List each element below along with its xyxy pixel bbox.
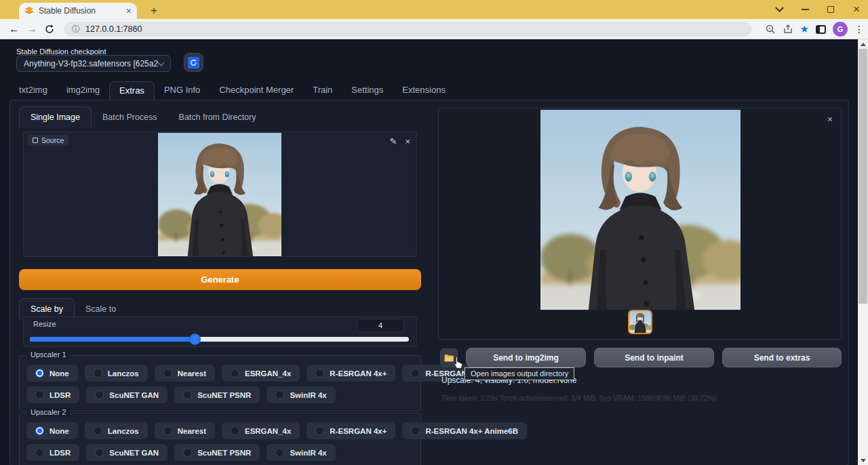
window-maximize-button[interactable]: [821, 0, 841, 19]
option-label: LDSR: [50, 449, 71, 457]
option-label: Nearest: [178, 427, 206, 435]
upscaler2-option-resrgan4x[interactable]: R-ESRGAN 4x+: [307, 422, 395, 439]
option-label: ScuNET PSNR: [197, 391, 251, 399]
tab-txt2img[interactable]: txt2img: [9, 81, 57, 100]
tab-search-chevron-icon[interactable]: [769, 0, 789, 19]
result-thumbnail[interactable]: [628, 310, 652, 334]
slider-fill: [30, 337, 195, 342]
result-image[interactable]: [540, 110, 741, 310]
upscaler1-option-resrgan4x[interactable]: R-ESRGAN 4x+: [307, 365, 395, 382]
scroll-up-icon[interactable]: [858, 39, 868, 49]
browser-menu-icon[interactable]: ⋮: [854, 24, 864, 35]
upscaler2-option-none[interactable]: None: [26, 422, 78, 439]
site-info-icon[interactable]: ⓘ: [72, 24, 80, 35]
option-label: R-ESRGAN 4x+ Anime6B: [425, 427, 518, 435]
radio-icon: [231, 369, 239, 378]
source-image[interactable]: [158, 133, 281, 256]
radio-icon: [94, 369, 102, 378]
forward-button[interactable]: →: [23, 20, 41, 38]
extras-mode-tabs: Single Image Batch Process Batch from Di…: [19, 106, 267, 128]
refresh-checkpoints-button[interactable]: [184, 53, 203, 72]
tab-checkpoint-merger[interactable]: Checkpoint Merger: [210, 81, 303, 100]
upscaler2-option-resrgan-anime6b[interactable]: R-ESRGAN 4x+ Anime6B: [402, 422, 527, 439]
option-label: LDSR: [50, 391, 71, 399]
resize-slider-handle[interactable]: [190, 334, 200, 344]
folder-tooltip: Open images output directory: [465, 367, 574, 380]
tab-png-info[interactable]: PNG Info: [155, 81, 210, 100]
generate-button[interactable]: Generate: [19, 269, 421, 290]
source-image-dropzone[interactable]: Source ✎ ×: [23, 132, 417, 257]
tab-batch-from-directory[interactable]: Batch from Directory: [168, 107, 267, 128]
upscaler1-option-ldsr[interactable]: LDSR: [26, 386, 79, 403]
back-button[interactable]: ←: [5, 20, 23, 38]
tab-extensions[interactable]: Extensions: [393, 81, 455, 100]
new-tab-button[interactable]: +: [146, 3, 161, 18]
resize-label: Resize: [33, 320, 56, 328]
profile-avatar[interactable]: G: [833, 22, 848, 37]
radio-icon: [163, 426, 172, 435]
app-page: Stable Diffusion checkpoint Anything-V3-…: [0, 39, 858, 465]
option-label: R-ESRGAN 4x+: [330, 369, 387, 378]
option-label: None: [50, 369, 69, 378]
option-label: ScuNET GAN: [109, 391, 159, 399]
tab-img2img[interactable]: img2img: [57, 81, 109, 100]
send-to-extras-button[interactable]: Send to extras: [722, 348, 842, 367]
upscaler2-option-scunet-gan[interactable]: ScuNET GAN: [86, 444, 167, 461]
url-bar[interactable]: ⓘ 127.0.0.1:7860: [64, 22, 751, 37]
browser-titlebar: Stable Diffusion × + ×: [0, 0, 868, 19]
tab-single-image[interactable]: Single Image: [19, 106, 92, 128]
resize-slider[interactable]: [30, 334, 409, 344]
upscaler1-option-nearest[interactable]: Nearest: [155, 365, 215, 382]
send-to-img2img-button[interactable]: Send to img2img: [466, 348, 586, 367]
close-gallery-icon[interactable]: ×: [827, 114, 833, 125]
source-label-pill: Source: [28, 135, 68, 146]
source-label: Source: [41, 136, 64, 144]
edit-image-icon[interactable]: ✎: [390, 136, 397, 146]
tab-train[interactable]: Train: [303, 81, 342, 100]
scroll-down-icon[interactable]: [858, 456, 868, 465]
window-close-button[interactable]: ×: [846, 0, 867, 19]
tab-batch-process[interactable]: Batch Process: [92, 107, 168, 128]
upscaler1-option-scunet-gan[interactable]: ScuNET GAN: [86, 386, 167, 403]
vertical-scrollbar[interactable]: [858, 39, 868, 465]
resize-number-input[interactable]: 4: [357, 319, 404, 332]
upscaler1-option-swinir4x[interactable]: SwinIR 4x: [267, 386, 335, 403]
option-label: Lanczos: [108, 427, 139, 435]
side-panel-icon[interactable]: [816, 25, 826, 34]
upscaler2-option-esrgan4x[interactable]: ESRGAN_4x: [222, 422, 300, 439]
radio-icon: [275, 390, 284, 399]
reload-button[interactable]: [41, 20, 58, 38]
upscaler2-option-ldsr[interactable]: LDSR: [26, 444, 79, 461]
radio-icon: [275, 448, 284, 457]
upscaler2-option-lanczos[interactable]: Lanczos: [85, 422, 148, 439]
upscaler1-option-esrgan4x[interactable]: ESRGAN_4x: [222, 365, 300, 382]
browser-tab[interactable]: Stable Diffusion ×: [19, 3, 137, 19]
tab-close-icon[interactable]: ×: [126, 5, 132, 16]
upscaler2-option-nearest[interactable]: Nearest: [155, 422, 215, 439]
upscaler2-option-swinir4x[interactable]: SwinIR 4x: [267, 444, 335, 461]
scrollbar-thumb[interactable]: [859, 49, 867, 304]
tab-settings[interactable]: Settings: [342, 81, 393, 100]
favicon-gradio-icon: [24, 6, 34, 16]
clear-image-icon[interactable]: ×: [405, 136, 410, 146]
radio-icon: [315, 426, 324, 435]
browser-toolbar: ← → ⓘ 127.0.0.1:7860 ★ G ⋮: [0, 19, 868, 39]
send-to-inpaint-button[interactable]: Send to inpaint: [594, 348, 714, 367]
option-label: R-ESRGAN 4x+: [330, 427, 387, 435]
radio-icon: [163, 369, 172, 378]
window-minimize-button[interactable]: [795, 0, 815, 19]
upscaler1-option-none[interactable]: None: [26, 365, 78, 382]
bookmark-star-icon[interactable]: ★: [800, 23, 809, 35]
upscaler2-option-scunet-psnr[interactable]: ScuNET PSNR: [174, 444, 260, 461]
upscaler1-option-scunet-psnr[interactable]: ScuNET PSNR: [174, 386, 260, 403]
tab-extras[interactable]: Extras: [109, 81, 155, 100]
upscaler1-option-lanczos[interactable]: Lanczos: [85, 365, 148, 382]
radio-icon: [35, 448, 44, 457]
radio-icon: [411, 369, 420, 378]
zoom-icon[interactable]: [765, 24, 776, 35]
option-label: ScuNET PSNR: [197, 449, 251, 457]
main-tab-bar: txt2img img2img Extras PNG Info Checkpoi…: [9, 81, 455, 100]
checkpoint-dropdown[interactable]: Anything-V3-fp32.safetensors [625a2ba2]: [16, 55, 171, 72]
share-icon[interactable]: [783, 24, 793, 35]
option-label: SwinIR 4x: [290, 391, 326, 399]
